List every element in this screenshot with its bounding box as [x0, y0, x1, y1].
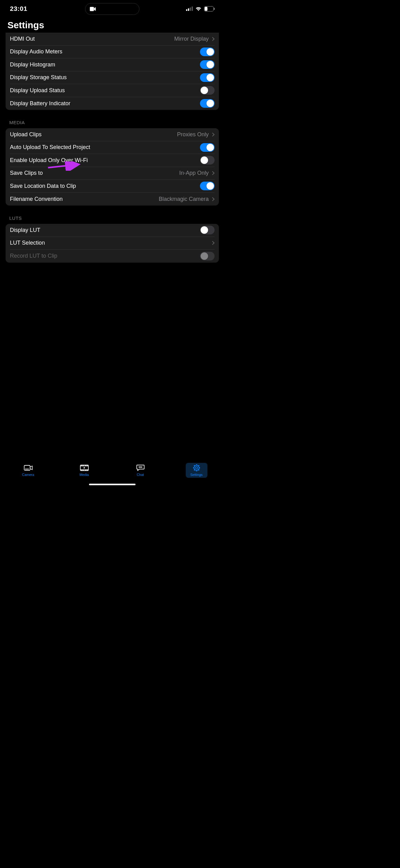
- chevron-right-icon: [210, 241, 214, 245]
- row-value: Blackmagic Camera: [159, 196, 214, 203]
- svg-point-20: [195, 467, 198, 469]
- toggle-save-location[interactable]: [200, 182, 214, 190]
- tab-label: Camera: [22, 473, 34, 476]
- toggle-display-battery-indicator[interactable]: [200, 99, 214, 108]
- toggle-auto-upload[interactable]: [200, 143, 214, 152]
- video-camera-icon: [90, 7, 96, 11]
- row-display-storage-status: Display Storage Status: [10, 71, 214, 85]
- toggle-display-storage-status[interactable]: [200, 73, 214, 82]
- row-label: Filename Convention: [10, 196, 63, 203]
- row-label: Display Histogram: [10, 61, 55, 68]
- row-display-battery-indicator: Display Battery Indicator: [10, 97, 214, 110]
- tab-camera[interactable]: Camera: [18, 463, 39, 478]
- panel-media: Upload Clips Proxies Only Auto Upload To…: [6, 128, 219, 206]
- svg-point-12: [87, 465, 87, 466]
- row-value: Proxies Only: [177, 131, 214, 138]
- chevron-right-icon: [210, 171, 214, 175]
- tab-label: Media: [80, 473, 89, 476]
- row-display-lut: Display LUT: [10, 224, 214, 237]
- status-bar: 23:01 26: [0, 0, 225, 18]
- row-label: Display Audio Meters: [10, 49, 62, 55]
- row-wifi-only: Enable Upload Only Over Wi-Fi: [10, 154, 214, 167]
- row-label: Display Battery Indicator: [10, 100, 70, 107]
- row-label: Display Storage Status: [10, 74, 67, 81]
- status-time: 23:01: [10, 5, 27, 12]
- camera-icon: [24, 464, 33, 471]
- row-hdmi-out[interactable]: HDMI Out Mirror Display: [10, 33, 214, 45]
- svg-point-14: [83, 470, 83, 470]
- chevron-right-icon: [210, 132, 214, 136]
- toggle-wifi-only[interactable]: [200, 156, 214, 164]
- row-save-clips-to[interactable]: Save Clips to In-App Only: [10, 167, 214, 180]
- settings-scroll[interactable]: HDMI Out Mirror Display Display Audio Me…: [6, 33, 219, 460]
- dynamic-island: [85, 3, 139, 15]
- row-label: LUT Selection: [10, 240, 45, 246]
- row-upload-clips[interactable]: Upload Clips Proxies Only: [10, 128, 214, 141]
- svg-rect-0: [90, 7, 94, 11]
- row-label: Auto Upload To Selected Project: [10, 144, 90, 151]
- row-value: In-App Only: [179, 170, 214, 176]
- status-right: 26: [186, 6, 214, 11]
- chat-icon: [136, 464, 144, 471]
- tab-label: Settings: [190, 473, 203, 476]
- toggle-record-lut: [200, 252, 214, 260]
- panel-luts: Display LUT LUT Selection Record LUT to …: [6, 224, 219, 262]
- row-value: Mirror Display: [174, 36, 214, 42]
- chevron-right-icon: [210, 37, 214, 41]
- svg-point-10: [83, 465, 83, 466]
- tab-label: Chat: [137, 473, 144, 476]
- svg-point-15: [85, 470, 86, 470]
- row-label: HDMI Out: [10, 36, 35, 42]
- row-save-location-data: Save Location Data to Clip: [10, 180, 214, 193]
- battery-icon: 26: [204, 6, 214, 11]
- row-label: Record LUT to Clip: [10, 253, 57, 259]
- toggle-display-lut[interactable]: [200, 226, 214, 235]
- svg-point-11: [85, 465, 86, 466]
- tab-media[interactable]: Media: [73, 463, 95, 478]
- tab-chat[interactable]: Chat: [130, 463, 151, 478]
- row-label: Enable Upload Only Over Wi-Fi: [10, 157, 88, 164]
- section-header-luts: LUTS: [9, 215, 219, 221]
- row-label: Save Location Data to Clip: [10, 183, 76, 189]
- svg-point-19: [141, 467, 142, 468]
- svg-point-5: [28, 469, 29, 469]
- row-display-histogram: Display Histogram: [10, 58, 214, 71]
- cellular-signal-icon: [186, 6, 193, 11]
- wifi-icon: [195, 6, 202, 11]
- row-value: [211, 242, 214, 244]
- row-lut-selection[interactable]: LUT Selection: [10, 237, 214, 250]
- toggle-display-histogram[interactable]: [200, 60, 214, 69]
- section-header-media: MEDIA: [9, 120, 219, 125]
- row-auto-upload: Auto Upload To Selected Project: [10, 141, 214, 154]
- tab-bar: Camera Media Chat: [0, 460, 225, 487]
- row-filename-convention[interactable]: Filename Convention Blackmagic Camera: [10, 193, 214, 206]
- svg-point-13: [81, 470, 81, 470]
- toggle-display-upload-status[interactable]: [200, 86, 214, 95]
- row-label: Save Clips to: [10, 170, 43, 176]
- chevron-right-icon: [210, 197, 214, 201]
- row-label: Upload Clips: [10, 131, 41, 138]
- media-icon: [80, 465, 89, 471]
- panel-display: HDMI Out Mirror Display Display Audio Me…: [6, 33, 219, 110]
- svg-point-3: [26, 469, 26, 469]
- tab-settings[interactable]: Settings: [186, 463, 207, 478]
- gear-icon: [193, 464, 200, 471]
- row-record-lut-to-clip: Record LUT to Clip: [10, 250, 214, 262]
- svg-point-18: [140, 467, 141, 468]
- page-title: Settings: [7, 20, 44, 30]
- row-display-upload-status: Display Upload Status: [10, 84, 214, 97]
- svg-point-9: [81, 465, 81, 466]
- home-indicator[interactable]: [89, 484, 135, 485]
- row-label: Display Upload Status: [10, 87, 65, 94]
- row-display-audio-meters: Display Audio Meters: [10, 45, 214, 59]
- svg-point-16: [87, 470, 87, 470]
- svg-point-4: [27, 469, 27, 469]
- svg-point-17: [139, 467, 139, 468]
- row-label: Display LUT: [10, 227, 40, 234]
- toggle-display-audio-meters[interactable]: [200, 48, 214, 56]
